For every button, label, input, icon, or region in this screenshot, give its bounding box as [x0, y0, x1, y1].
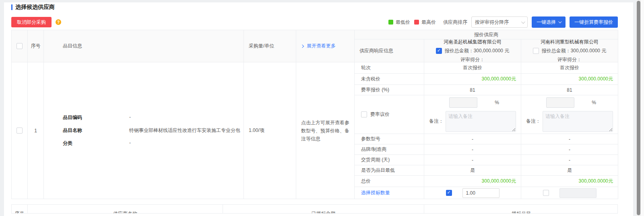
- supplier-2-total: 报价总金额：300,000.0000 元: [542, 47, 607, 54]
- cancel-partial-purchase-button[interactable]: 取消部分采购: [11, 17, 52, 27]
- s1-price-excl-tax: 300,000.0000元: [424, 74, 521, 85]
- supplier-1-header: 河南圣起机械集团有限公司 报价总金额：300,000.0000 元 评审得分：: [424, 39, 521, 62]
- select-all-checkbox[interactable]: [17, 43, 23, 49]
- page-title: 选择候选供应商: [15, 4, 55, 11]
- row-seq: 1: [28, 62, 44, 199]
- toolbar: 取消部分采购 ? 最低价 最高价 供应商排序 按评审得分降序 一键选择 一键折算…: [11, 16, 618, 28]
- header-seq: 序号: [28, 30, 44, 62]
- s1-rate-quote: 81: [424, 85, 521, 95]
- s1-award-checkbox[interactable]: [446, 190, 452, 196]
- s1-award-cell: [424, 187, 521, 199]
- supplier-1-name: 河南圣起机械集团有限公司: [444, 39, 502, 45]
- chevron-right-icon: [301, 44, 304, 47]
- s1-rate-nego-input[interactable]: [449, 97, 477, 108]
- title-accent-bar: [11, 4, 12, 10]
- s1-round: 首次报价: [424, 62, 521, 74]
- item-name-label: 品目名称: [63, 127, 129, 134]
- s2-price-excl-tax: 300,000.0000元: [521, 74, 618, 85]
- chevron-down-icon: [558, 20, 561, 23]
- scrollbar-track[interactable]: [636, 0, 641, 216]
- percent-sign: %: [495, 100, 499, 105]
- s1-remark-label: 备注：: [429, 118, 444, 125]
- right-edge-strip: [641, 0, 644, 216]
- row-label-total: 总价: [355, 176, 424, 187]
- supplier-1-total: 报价总金额：300,000.0000 元: [445, 47, 510, 54]
- row-label-rate-quote: 费率报价 (%): [355, 85, 424, 95]
- award-summary-table: 序号 供应商名称 已授标金额 授标品目: [11, 204, 618, 214]
- supplier-2-name: 河南科润重型机械有限公司: [541, 39, 599, 45]
- supplier-sort-value: 按评审得分降序: [475, 19, 521, 26]
- item-name-value: 特钢事业部棒材线适应性改造行车安装施工专业分包: [129, 127, 240, 134]
- page-title-row: 选择候选供应商: [11, 4, 55, 11]
- legend-lowest-label: 最低价: [396, 19, 410, 26]
- quote-table: 序号 品目信息 采购量/单位 展开查看更多 报价供应商 供应商响应信息 河南圣起…: [11, 30, 618, 199]
- s2-delivery: -: [521, 155, 618, 165]
- expand-more-link[interactable]: 展开查看更多: [296, 30, 355, 62]
- toolbar-right: 最低价 最高价 供应商排序 按评审得分降序 一键选择 一键折算费率报价: [388, 16, 618, 28]
- supplier-sort-select[interactable]: 按评审得分降序: [471, 16, 528, 28]
- s2-lowest: 是: [521, 165, 618, 176]
- bt-header-awarded-items: 授标品目: [424, 205, 618, 213]
- legend-lowest: 最低价: [388, 19, 410, 26]
- s2-award-cell: [521, 187, 618, 199]
- s2-round: 首次报价: [521, 62, 618, 74]
- row-label-rate-nego: 费率议价: [355, 95, 424, 134]
- s1-param-model: -: [424, 134, 521, 144]
- supplier-2-score: 评审得分：: [557, 56, 582, 63]
- s1-award-qty-input[interactable]: [462, 188, 500, 198]
- row-label-price-excl-tax: 未含税价: [355, 74, 424, 85]
- item-category-value: -: [129, 140, 131, 147]
- percent-sign: %: [592, 100, 596, 105]
- s1-remark-textarea[interactable]: [446, 111, 516, 132]
- one-click-select-button[interactable]: 一键选择: [532, 16, 566, 28]
- s1-rate-nego-cell: % 备注：: [424, 95, 521, 134]
- header-item-info: 品目信息: [44, 30, 244, 62]
- s1-total: 300,000.0000元: [424, 176, 521, 187]
- s2-rate-nego-cell: % 备注：: [521, 95, 618, 134]
- rate-nego-checkbox[interactable]: [361, 111, 367, 117]
- supplier-2-header: 河南科润重型机械有限公司 报价总金额：300,000.0000 元 评审得分：: [521, 39, 618, 62]
- one-click-convert-rate-button[interactable]: 一键折算费率报价: [570, 16, 618, 28]
- row-checkbox[interactable]: [17, 128, 23, 134]
- s2-total: 300,000.0000元: [521, 176, 618, 187]
- s2-rate-quote: 81: [521, 85, 618, 95]
- item-category-label: 分类: [63, 140, 129, 147]
- s2-remark-textarea[interactable]: [543, 111, 613, 132]
- row-label-lowest: 是否为品目最低: [355, 165, 424, 176]
- s2-rate-nego-input[interactable]: [546, 97, 574, 108]
- s2-brand: -: [521, 144, 618, 155]
- legend-highest-label: 最高价: [421, 19, 436, 26]
- bt-header-seq: 序号: [12, 205, 28, 213]
- row-label-param-model: 参数型号: [355, 134, 424, 144]
- lowest-price-swatch-icon: [388, 20, 393, 25]
- bt-header-supplier-name: 供应商名称: [28, 205, 223, 213]
- bt-header-awarded-amount: 已授标金额: [223, 205, 424, 213]
- s1-delivery: -: [424, 155, 521, 165]
- supplier-selection-page: 选择候选供应商 取消部分采购 ? 最低价 最高价 供应商排序 按评审得分降序 一…: [0, 0, 644, 216]
- expand-hint-text: 点击上方可展开查看参数型号、预算价格、备注等信息: [301, 119, 354, 143]
- scrollbar-thumb[interactable]: [637, 1, 640, 215]
- row-label-award-qty: 选择授标数量: [355, 187, 424, 199]
- item-qty-cell: 1.00/项: [244, 62, 296, 199]
- supplier-2-checkbox[interactable]: [533, 48, 539, 54]
- header-supplier-response: 供应商响应信息: [355, 39, 424, 62]
- item-info-cell: 品目编码- 品目名称特钢事业部棒材线适应性改造行车安装施工专业分包 分类-: [44, 62, 244, 199]
- row-checkbox-cell: [12, 62, 28, 199]
- row-label-delivery: 交货周期 (天): [355, 155, 424, 165]
- s2-award-checkbox[interactable]: [543, 190, 549, 196]
- row-label-round: 轮次: [355, 62, 424, 74]
- item-code-value: -: [129, 114, 131, 121]
- legend-highest: 最高价: [414, 19, 436, 26]
- award-qty-link[interactable]: 选择授标数量: [361, 189, 390, 196]
- supplier-sort-label: 供应商排序: [443, 19, 467, 26]
- supplier-1-checkbox[interactable]: [436, 48, 442, 54]
- header-quote-suppliers: 报价供应商: [355, 30, 618, 39]
- row-label-brand: 品牌/制造商: [355, 144, 424, 155]
- help-icon[interactable]: ?: [56, 19, 61, 25]
- s1-lowest: 是: [424, 165, 521, 176]
- s2-award-qty-input[interactable]: [559, 188, 597, 198]
- chevron-down-icon: [521, 20, 525, 24]
- highest-price-swatch-icon: [414, 20, 419, 25]
- item-hint-cell: 点击上方可展开查看参数型号、预算价格、备注等信息: [296, 62, 355, 199]
- item-code-label: 品目编码: [63, 114, 129, 121]
